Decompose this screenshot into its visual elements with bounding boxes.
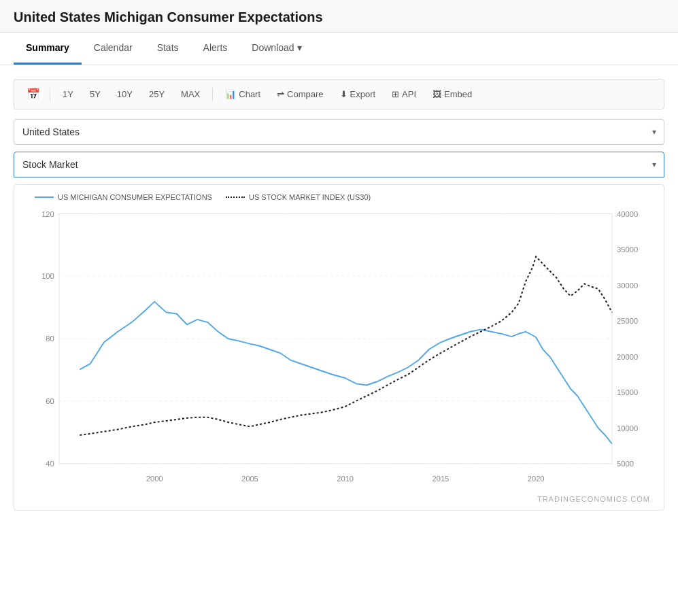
period-5y-button[interactable]: 5Y	[83, 86, 107, 103]
legend-blue-line	[35, 196, 54, 198]
export-button[interactable]: ⬇ Export	[333, 86, 383, 103]
period-25y-button[interactable]: 25Y	[142, 86, 171, 103]
svg-text:5000: 5000	[617, 460, 634, 468]
divider-2	[212, 88, 213, 101]
chart-area: US MICHIGAN CONSUMER EXPECTATIONS US STO…	[14, 184, 664, 511]
chart-toolbar: 📅 1Y 5Y 10Y 25Y MAX 📊 Chart ⇌ Compare ⬇ …	[14, 79, 664, 109]
svg-text:40000: 40000	[617, 210, 638, 218]
watermark: TRADINGECONOMICS.COM	[21, 492, 657, 503]
svg-text:2000: 2000	[146, 475, 163, 483]
svg-text:2010: 2010	[337, 475, 354, 483]
svg-text:30000: 30000	[617, 281, 638, 290]
chart-legend: US MICHIGAN CONSUMER EXPECTATIONS US STO…	[21, 193, 657, 201]
grid-icon: ⊞	[392, 89, 399, 99]
period-1y-button[interactable]: 1Y	[56, 86, 80, 103]
export-icon: ⬇	[340, 89, 348, 99]
bar-chart-icon: 📊	[225, 89, 236, 99]
chart-button[interactable]: 📊 Chart	[218, 86, 267, 103]
compare-icon: ⇌	[277, 89, 284, 99]
chart-svg: .grid-line { stroke: #ddd; stroke-width:…	[21, 207, 657, 492]
country-dropdown[interactable]: United States Germany China Japan United…	[14, 119, 664, 145]
svg-text:80: 80	[46, 335, 54, 343]
svg-text:40: 40	[46, 460, 54, 468]
page-title: United States Michigan Consumer Expectat…	[14, 10, 664, 25]
legend-blue-label: US MICHIGAN CONSUMER EXPECTATIONS	[58, 193, 212, 201]
content-area: 📅 1Y 5Y 10Y 25Y MAX 📊 Chart ⇌ Compare ⬇ …	[0, 65, 678, 517]
svg-text:15000: 15000	[617, 388, 638, 396]
svg-text:2020: 2020	[528, 475, 545, 483]
legend-black-line	[226, 196, 245, 198]
legend-blue: US MICHIGAN CONSUMER EXPECTATIONS	[35, 193, 212, 201]
svg-text:25000: 25000	[617, 317, 638, 325]
legend-black-label: US STOCK MARKET INDEX (US30)	[249, 193, 371, 201]
divider-1	[50, 88, 50, 101]
category-dropdown[interactable]: Stock Market GDP Inflation Interest Rate…	[14, 152, 664, 177]
chart-wrapper: .grid-line { stroke: #ddd; stroke-width:…	[21, 207, 657, 492]
svg-text:2015: 2015	[432, 475, 449, 483]
tab-stats[interactable]: Stats	[145, 33, 191, 65]
embed-button[interactable]: 🖼 Embed	[426, 86, 479, 103]
svg-text:10000: 10000	[617, 424, 638, 432]
svg-text:2005: 2005	[241, 475, 258, 483]
svg-text:35000: 35000	[617, 245, 638, 254]
svg-text:20000: 20000	[617, 353, 638, 361]
calendar-icon[interactable]: 📅	[22, 85, 44, 103]
image-icon: 🖼	[433, 89, 441, 99]
country-dropdown-container: United States Germany China Japan United…	[14, 119, 664, 145]
chevron-down-icon: ▾	[297, 42, 302, 53]
tab-calendar[interactable]: Calendar	[82, 33, 145, 65]
svg-text:60: 60	[46, 397, 54, 405]
tab-download[interactable]: Download ▾	[239, 33, 313, 65]
compare-button[interactable]: ⇌ Compare	[270, 86, 330, 103]
api-button[interactable]: ⊞ API	[385, 86, 423, 103]
category-dropdown-container: Stock Market GDP Inflation Interest Rate…	[14, 152, 664, 177]
nav-tabs: Summary Calendar Stats Alerts Download ▾	[0, 33, 678, 65]
svg-text:100: 100	[41, 272, 54, 280]
svg-text:120: 120	[41, 210, 54, 218]
tab-alerts[interactable]: Alerts	[191, 33, 240, 65]
period-10y-button[interactable]: 10Y	[110, 86, 139, 103]
period-max-button[interactable]: MAX	[174, 86, 207, 103]
tab-summary[interactable]: Summary	[14, 33, 82, 65]
legend-black: US STOCK MARKET INDEX (US30)	[226, 193, 371, 201]
